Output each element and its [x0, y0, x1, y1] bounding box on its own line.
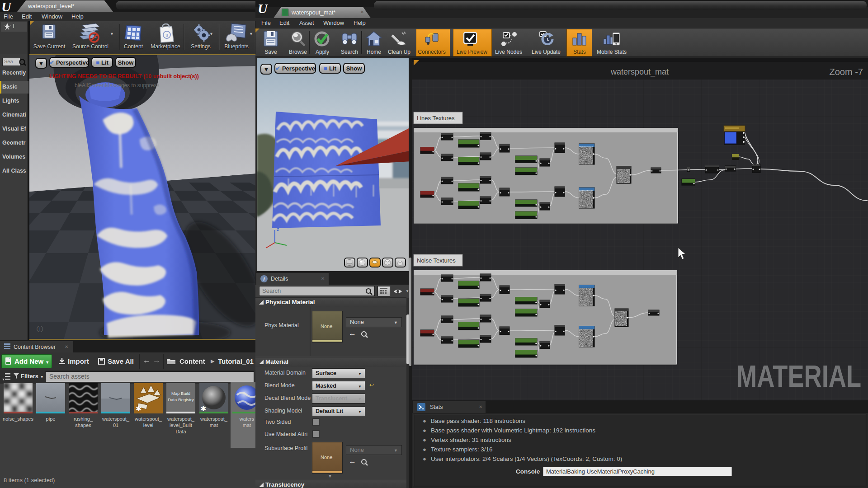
svg-text:Data Registry: Data Registry — [168, 397, 194, 402]
svg-text:Map Build: Map Build — [171, 391, 190, 396]
svg-text:✱: ✱ — [136, 405, 142, 413]
svg-text:Lines Textures: Lines Textures — [417, 115, 455, 122]
svg-text:Zoom -7: Zoom -7 — [830, 67, 863, 77]
svg-text:u: u — [165, 32, 168, 38]
svg-text:waterspout_mat: waterspout_mat — [610, 67, 669, 77]
svg-text:MATERIAL: MATERIAL — [736, 359, 861, 394]
svg-text:Noise Textures: Noise Textures — [417, 257, 456, 264]
svg-text:z: z — [277, 226, 279, 232]
